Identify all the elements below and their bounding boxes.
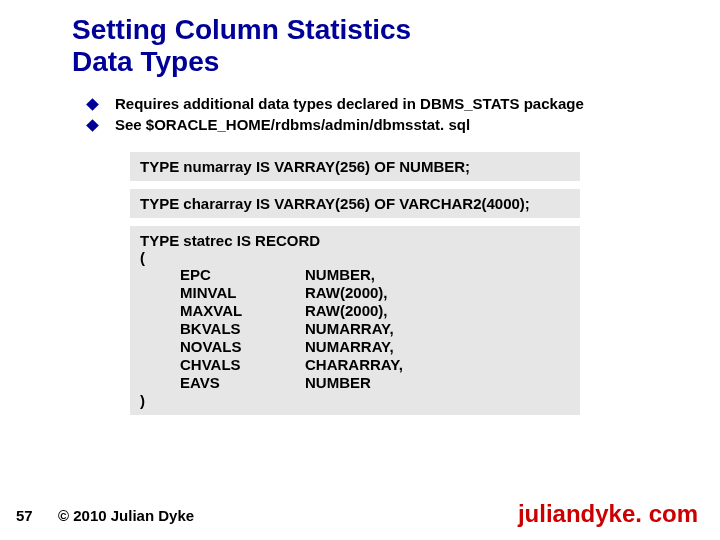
field-row: MAXVALRAW(2000),	[180, 302, 403, 320]
bullet-text: See $ORACLE_HOME/rdbms/admin/dbmsstat. s…	[115, 116, 470, 134]
field-row: CHVALSCHARARRAY,	[180, 356, 403, 374]
field-type: CHARARRAY,	[305, 356, 403, 374]
code-numarray: TYPE numarray IS VARRAY(256) OF NUMBER;	[130, 152, 580, 181]
field-type: NUMBER	[305, 374, 403, 392]
field-name: EPC	[180, 266, 305, 284]
page-number: 57	[16, 507, 33, 524]
diamond-icon	[86, 119, 99, 132]
field-type: NUMARRAY,	[305, 320, 403, 338]
copyright: © 2010 Julian Dyke	[58, 507, 194, 524]
slide: Setting Column Statistics Data Types Req…	[0, 0, 720, 540]
slide-title: Setting Column Statistics Data Types	[72, 14, 652, 78]
field-name: MAXVAL	[180, 302, 305, 320]
site-url: juliandyke. com	[518, 500, 698, 528]
field-name: EAVS	[180, 374, 305, 392]
field-type: RAW(2000),	[305, 302, 403, 320]
field-type: RAW(2000),	[305, 284, 403, 302]
field-row: EAVSNUMBER	[180, 374, 403, 392]
code-line: (	[140, 249, 570, 266]
field-name: CHVALS	[180, 356, 305, 374]
field-type: NUMBER,	[305, 266, 403, 284]
field-name: MINVAL	[180, 284, 305, 302]
field-row: BKVALSNUMARRAY,	[180, 320, 403, 338]
code-line: )	[140, 392, 570, 409]
code-line: TYPE statrec IS RECORD	[140, 232, 570, 249]
field-type: NUMARRAY,	[305, 338, 403, 356]
bullet-item: Requires additional data types declared …	[88, 95, 648, 113]
bullet-item: See $ORACLE_HOME/rdbms/admin/dbmsstat. s…	[88, 116, 648, 134]
code-statrec: TYPE statrec IS RECORD ( EPCNUMBER, MINV…	[130, 226, 580, 415]
field-name: NOVALS	[180, 338, 305, 356]
field-row: NOVALSNUMARRAY,	[180, 338, 403, 356]
field-name: BKVALS	[180, 320, 305, 338]
code-chararray: TYPE chararray IS VARRAY(256) OF VARCHAR…	[130, 189, 580, 218]
field-row: EPCNUMBER,	[180, 266, 403, 284]
bullet-text: Requires additional data types declared …	[115, 95, 584, 113]
bullet-list: Requires additional data types declared …	[88, 95, 648, 137]
diamond-icon	[86, 98, 99, 111]
record-fields: EPCNUMBER, MINVALRAW(2000), MAXVALRAW(20…	[180, 266, 403, 392]
field-row: MINVALRAW(2000),	[180, 284, 403, 302]
